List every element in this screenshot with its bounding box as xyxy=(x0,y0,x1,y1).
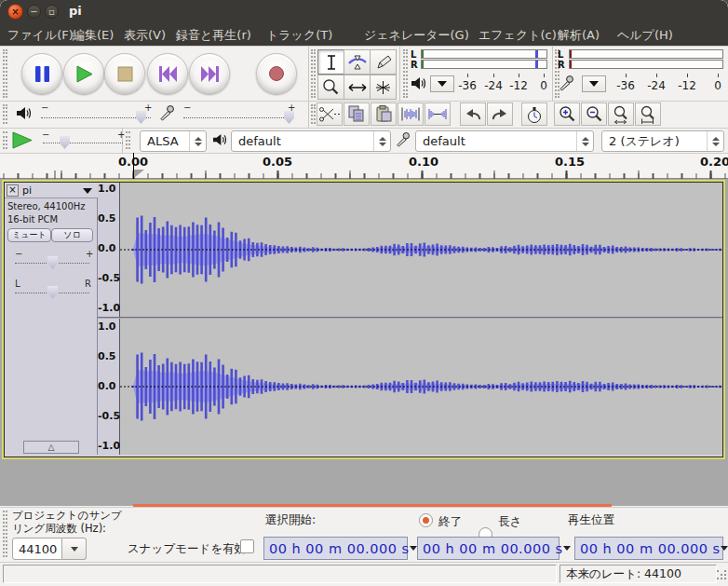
window-maximize-button[interactable]: ▫ xyxy=(45,5,59,19)
waveform-left-channel[interactable] xyxy=(120,183,722,317)
selection-end-field[interactable]: 00 h 00 m 00.000 s xyxy=(417,537,559,560)
project-rate-dropdown[interactable] xyxy=(62,538,87,560)
project-rate-value[interactable]: 44100 xyxy=(12,538,62,560)
recording-device-value: default xyxy=(416,134,576,148)
skip-to-start-button[interactable] xyxy=(147,53,188,94)
playback-device-select[interactable]: default xyxy=(231,130,391,152)
track-menu-dropdown[interactable] xyxy=(83,188,92,194)
mute-button[interactable]: ミュート xyxy=(7,228,51,242)
spinner-icon xyxy=(373,131,390,151)
recording-meter-marker xyxy=(570,50,572,58)
menu-generate[interactable]: ジェネレーター(G) xyxy=(364,27,469,44)
menu-transport[interactable]: 録音と再生(r) xyxy=(176,27,251,44)
copy-button[interactable] xyxy=(344,102,370,126)
trim-outside-selection-button[interactable] xyxy=(398,102,424,126)
menu-view[interactable]: 表示(V) xyxy=(124,27,166,44)
tools-toolbar-grabber[interactable] xyxy=(311,49,316,98)
playback-speed-slider[interactable] xyxy=(43,143,123,143)
cut-button[interactable] xyxy=(317,102,343,126)
recording-device-select[interactable]: default xyxy=(415,130,594,152)
resize-grip[interactable] xyxy=(717,570,719,572)
fit-selection-icon xyxy=(613,105,630,124)
end-radio-label: 終了 xyxy=(438,514,462,530)
redo-button[interactable] xyxy=(487,102,513,126)
waveform-right-channel[interactable] xyxy=(120,319,722,455)
recording-meter-dropdown[interactable] xyxy=(582,75,606,92)
sync-lock-button[interactable] xyxy=(521,102,547,126)
audio-host-select[interactable]: ALSA xyxy=(140,130,207,152)
pan-slider-thumb[interactable] xyxy=(47,286,58,299)
spinner-icon xyxy=(576,131,593,151)
end-radio[interactable] xyxy=(419,513,433,527)
output-volume-slider[interactable] xyxy=(41,117,151,118)
recording-scale--24: -24 xyxy=(647,79,666,92)
time-shift-tool-button[interactable] xyxy=(344,75,371,100)
paste-button[interactable] xyxy=(371,102,397,126)
menu-help[interactable]: ヘルプ(H) xyxy=(617,27,673,44)
play-at-speed-button[interactable] xyxy=(11,130,34,150)
playback-meter-dropdown[interactable] xyxy=(430,75,454,92)
zoom-in-button[interactable] xyxy=(554,102,580,126)
edit-toolbar-grabber[interactable] xyxy=(311,104,316,124)
pause-button[interactable] xyxy=(21,53,62,94)
device-toolbar-grabber[interactable] xyxy=(126,131,130,149)
fit-selection-button[interactable] xyxy=(608,102,634,126)
play-icon xyxy=(74,64,94,84)
silence-selection-button[interactable] xyxy=(425,102,451,126)
recording-meter-bar-left[interactable] xyxy=(569,49,723,59)
skip-to-end-button[interactable] xyxy=(189,53,230,94)
record-button[interactable] xyxy=(256,53,297,94)
skip-to-end-icon xyxy=(199,64,221,84)
menu-effect[interactable]: エフェクト(c) xyxy=(479,27,557,44)
playback-meter-bar-left[interactable] xyxy=(421,49,547,59)
window-close-button[interactable]: × xyxy=(7,4,23,20)
track-close-button[interactable]: × xyxy=(7,184,19,197)
recording-channels-select[interactable]: 2 (ステレオ) xyxy=(601,130,724,152)
speed-slider-min: − xyxy=(42,130,49,140)
copy-icon xyxy=(347,105,367,123)
playback-position-field[interactable]: 00 h 00 m 00.000 s xyxy=(574,537,723,560)
menu-edit[interactable]: 編集(E) xyxy=(73,27,114,44)
zoom-out-button[interactable] xyxy=(581,102,607,126)
window-minimize-button[interactable]: − xyxy=(27,5,41,19)
track-collapse-button[interactable]: △ xyxy=(23,441,79,454)
stop-button[interactable] xyxy=(104,53,145,94)
selection-start-field[interactable]: 00 h 00 m 00.000 s xyxy=(263,537,408,560)
playback-meter-bar-right[interactable] xyxy=(421,60,547,69)
menu-file[interactable]: ファイル(F) xyxy=(7,27,74,44)
audacity-window: × − ▫ pi ファイル(F) 編集(E) 表示(V) 録音と再生(r) トラ… xyxy=(0,0,728,586)
recording-meter-right-label: R xyxy=(558,61,565,70)
input-volume-slider[interactable] xyxy=(183,117,293,118)
playback-meter-grabber[interactable] xyxy=(403,49,408,98)
mixer-toolbar-grabber[interactable] xyxy=(3,104,7,124)
recording-scale--36: -36 xyxy=(616,79,635,92)
solo-button[interactable]: ソロ xyxy=(51,228,93,242)
playback-position-label: 再生位置 xyxy=(568,512,614,528)
speaker-icon xyxy=(16,106,31,120)
recording-meter-bar-right[interactable] xyxy=(569,60,723,69)
playback-scale-0: 0 xyxy=(540,79,547,92)
zoom-tool-button[interactable] xyxy=(317,75,344,100)
zoom-out-icon xyxy=(586,105,603,123)
microphone-icon xyxy=(558,75,574,91)
envelope-tool-button[interactable] xyxy=(344,49,371,75)
multi-tool-button[interactable] xyxy=(370,75,397,100)
trim-audio-icon xyxy=(399,106,422,122)
length-radio-label: 長さ xyxy=(498,514,521,530)
snap-mode-checkbox[interactable] xyxy=(240,539,254,553)
undo-button[interactable] xyxy=(460,102,486,126)
gain-slider-thumb[interactable] xyxy=(47,256,58,269)
playback-peak-indicator xyxy=(535,50,538,58)
recording-meter-left-label: L xyxy=(558,50,563,60)
play-button[interactable] xyxy=(63,53,104,94)
selection-tool-button[interactable] xyxy=(317,49,344,75)
transcription-toolbar-grabber[interactable] xyxy=(3,131,7,149)
fit-project-button[interactable] xyxy=(635,102,661,126)
selection-toolbar-grabber[interactable] xyxy=(3,511,7,557)
pan-right-label: R xyxy=(85,279,91,289)
transport-toolbar-grabber[interactable] xyxy=(3,49,7,98)
draw-tool-button[interactable] xyxy=(370,49,397,75)
gain-max-label: + xyxy=(86,250,93,259)
menu-analyze[interactable]: 解析(A) xyxy=(558,27,600,44)
menu-tracks[interactable]: トラック(T) xyxy=(266,27,332,44)
